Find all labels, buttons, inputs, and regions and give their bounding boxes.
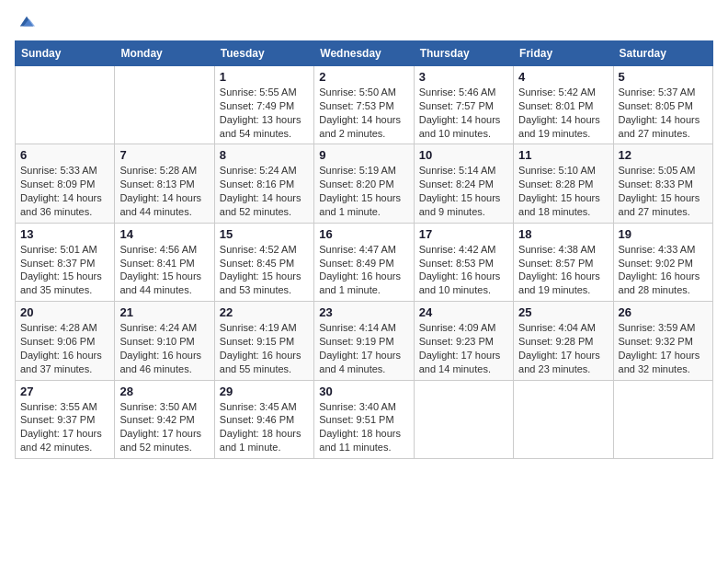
weekday-header-thursday: Thursday (414, 41, 513, 66)
calendar-cell: 26Sunrise: 3:59 AM Sunset: 9:32 PM Dayli… (613, 302, 712, 380)
day-number: 1 (220, 70, 309, 84)
logo-icon (18, 15, 35, 31)
page-header (15, 15, 713, 31)
calendar-cell: 9Sunrise: 5:19 AM Sunset: 8:20 PM Daylig… (314, 144, 414, 223)
day-info: Sunrise: 5:42 AM Sunset: 8:01 PM Dayligh… (518, 86, 608, 140)
calendar-week-row: 20Sunrise: 4:28 AM Sunset: 9:06 PM Dayli… (16, 302, 713, 380)
day-number: 24 (419, 305, 508, 319)
calendar-cell: 7Sunrise: 5:28 AM Sunset: 8:13 PM Daylig… (115, 144, 214, 223)
day-info: Sunrise: 4:19 AM Sunset: 9:15 PM Dayligh… (220, 321, 309, 375)
day-number: 22 (220, 305, 309, 319)
calendar-cell: 21Sunrise: 4:24 AM Sunset: 9:10 PM Dayli… (115, 302, 214, 380)
calendar-cell: 4Sunrise: 5:42 AM Sunset: 8:01 PM Daylig… (514, 66, 613, 144)
day-info: Sunrise: 5:19 AM Sunset: 8:20 PM Dayligh… (319, 164, 408, 218)
day-info: Sunrise: 5:14 AM Sunset: 8:24 PM Dayligh… (419, 164, 508, 218)
calendar-week-row: 27Sunrise: 3:55 AM Sunset: 9:37 PM Dayli… (16, 380, 713, 458)
weekday-header-friday: Friday (514, 41, 613, 66)
day-number: 3 (419, 70, 508, 84)
calendar-cell: 16Sunrise: 4:47 AM Sunset: 8:49 PM Dayli… (314, 223, 414, 301)
day-number: 14 (119, 227, 209, 241)
day-number: 28 (119, 385, 209, 398)
calendar-cell: 2Sunrise: 5:50 AM Sunset: 7:53 PM Daylig… (314, 66, 414, 144)
calendar-header-row: SundayMondayTuesdayWednesdayThursdayFrid… (16, 41, 713, 66)
calendar-cell: 13Sunrise: 5:01 AM Sunset: 8:37 PM Dayli… (16, 223, 115, 301)
calendar-cell: 12Sunrise: 5:05 AM Sunset: 8:33 PM Dayli… (613, 144, 712, 223)
calendar-cell: 19Sunrise: 4:33 AM Sunset: 9:02 PM Dayli… (613, 223, 712, 301)
day-info: Sunrise: 4:56 AM Sunset: 8:41 PM Dayligh… (119, 243, 209, 297)
day-info: Sunrise: 3:59 AM Sunset: 9:32 PM Dayligh… (619, 321, 708, 375)
calendar-cell (613, 380, 712, 458)
day-number: 12 (619, 148, 708, 162)
weekday-header-saturday: Saturday (613, 41, 712, 66)
day-info: Sunrise: 5:24 AM Sunset: 8:16 PM Dayligh… (220, 164, 309, 218)
day-info: Sunrise: 5:10 AM Sunset: 8:28 PM Dayligh… (518, 164, 608, 218)
day-info: Sunrise: 5:05 AM Sunset: 8:33 PM Dayligh… (619, 164, 708, 218)
weekday-header-tuesday: Tuesday (214, 41, 313, 66)
day-number: 16 (319, 227, 408, 241)
day-number: 7 (119, 148, 209, 162)
day-info: Sunrise: 4:38 AM Sunset: 8:57 PM Dayligh… (518, 243, 608, 297)
day-number: 23 (319, 305, 408, 319)
day-info: Sunrise: 5:28 AM Sunset: 8:13 PM Dayligh… (119, 164, 209, 218)
day-info: Sunrise: 4:42 AM Sunset: 8:53 PM Dayligh… (419, 243, 508, 297)
day-info: Sunrise: 5:37 AM Sunset: 8:05 PM Dayligh… (619, 86, 708, 140)
day-info: Sunrise: 3:40 AM Sunset: 9:51 PM Dayligh… (319, 400, 408, 454)
calendar-cell: 20Sunrise: 4:28 AM Sunset: 9:06 PM Dayli… (16, 302, 115, 380)
day-number: 15 (220, 227, 309, 241)
day-number: 17 (419, 227, 508, 241)
day-number: 5 (619, 70, 708, 84)
logo (15, 15, 35, 31)
calendar-cell: 8Sunrise: 5:24 AM Sunset: 8:16 PM Daylig… (214, 144, 313, 223)
day-info: Sunrise: 3:55 AM Sunset: 9:37 PM Dayligh… (20, 400, 109, 454)
calendar-cell: 27Sunrise: 3:55 AM Sunset: 9:37 PM Dayli… (16, 380, 115, 458)
calendar-cell: 22Sunrise: 4:19 AM Sunset: 9:15 PM Dayli… (214, 302, 313, 380)
calendar-table: SundayMondayTuesdayWednesdayThursdayFrid… (15, 40, 713, 459)
calendar-cell: 18Sunrise: 4:38 AM Sunset: 8:57 PM Dayli… (514, 223, 613, 301)
day-number: 19 (619, 227, 708, 241)
weekday-header-monday: Monday (115, 41, 214, 66)
day-number: 6 (20, 148, 109, 162)
day-number: 21 (119, 305, 209, 319)
day-number: 13 (20, 227, 109, 241)
day-number: 10 (419, 148, 508, 162)
calendar-week-row: 13Sunrise: 5:01 AM Sunset: 8:37 PM Dayli… (16, 223, 713, 301)
day-info: Sunrise: 5:01 AM Sunset: 8:37 PM Dayligh… (20, 243, 109, 297)
day-number: 30 (319, 385, 408, 398)
day-number: 4 (518, 70, 608, 84)
day-number: 20 (20, 305, 109, 319)
day-info: Sunrise: 3:50 AM Sunset: 9:42 PM Dayligh… (119, 400, 209, 454)
calendar-cell: 17Sunrise: 4:42 AM Sunset: 8:53 PM Dayli… (414, 223, 513, 301)
day-info: Sunrise: 4:28 AM Sunset: 9:06 PM Dayligh… (20, 321, 109, 375)
day-info: Sunrise: 5:55 AM Sunset: 7:49 PM Dayligh… (220, 86, 309, 140)
day-number: 18 (518, 227, 608, 241)
calendar-cell (414, 380, 513, 458)
day-info: Sunrise: 4:09 AM Sunset: 9:23 PM Dayligh… (419, 321, 508, 375)
day-number: 26 (619, 305, 708, 319)
day-number: 9 (319, 148, 408, 162)
calendar-cell: 5Sunrise: 5:37 AM Sunset: 8:05 PM Daylig… (613, 66, 712, 144)
day-info: Sunrise: 5:33 AM Sunset: 8:09 PM Dayligh… (20, 164, 109, 218)
day-info: Sunrise: 4:24 AM Sunset: 9:10 PM Dayligh… (119, 321, 209, 375)
day-number: 27 (20, 385, 109, 398)
day-info: Sunrise: 5:46 AM Sunset: 7:57 PM Dayligh… (419, 86, 508, 140)
calendar-cell: 10Sunrise: 5:14 AM Sunset: 8:24 PM Dayli… (414, 144, 513, 223)
day-number: 11 (518, 148, 608, 162)
day-info: Sunrise: 4:52 AM Sunset: 8:45 PM Dayligh… (220, 243, 309, 297)
calendar-cell (514, 380, 613, 458)
day-number: 2 (319, 70, 408, 84)
calendar-cell: 24Sunrise: 4:09 AM Sunset: 9:23 PM Dayli… (414, 302, 513, 380)
calendar-cell: 15Sunrise: 4:52 AM Sunset: 8:45 PM Dayli… (214, 223, 313, 301)
weekday-header-wednesday: Wednesday (314, 41, 414, 66)
calendar-cell: 29Sunrise: 3:45 AM Sunset: 9:46 PM Dayli… (214, 380, 313, 458)
calendar-cell: 11Sunrise: 5:10 AM Sunset: 8:28 PM Dayli… (514, 144, 613, 223)
calendar-cell (16, 66, 115, 144)
day-info: Sunrise: 4:04 AM Sunset: 9:28 PM Dayligh… (518, 321, 608, 375)
weekday-header-sunday: Sunday (16, 41, 115, 66)
day-info: Sunrise: 4:47 AM Sunset: 8:49 PM Dayligh… (319, 243, 408, 297)
calendar-cell: 28Sunrise: 3:50 AM Sunset: 9:42 PM Dayli… (115, 380, 214, 458)
day-number: 25 (518, 305, 608, 319)
calendar-cell: 30Sunrise: 3:40 AM Sunset: 9:51 PM Dayli… (314, 380, 414, 458)
calendar-cell: 25Sunrise: 4:04 AM Sunset: 9:28 PM Dayli… (514, 302, 613, 380)
calendar-cell: 1Sunrise: 5:55 AM Sunset: 7:49 PM Daylig… (214, 66, 313, 144)
calendar-cell: 3Sunrise: 5:46 AM Sunset: 7:57 PM Daylig… (414, 66, 513, 144)
